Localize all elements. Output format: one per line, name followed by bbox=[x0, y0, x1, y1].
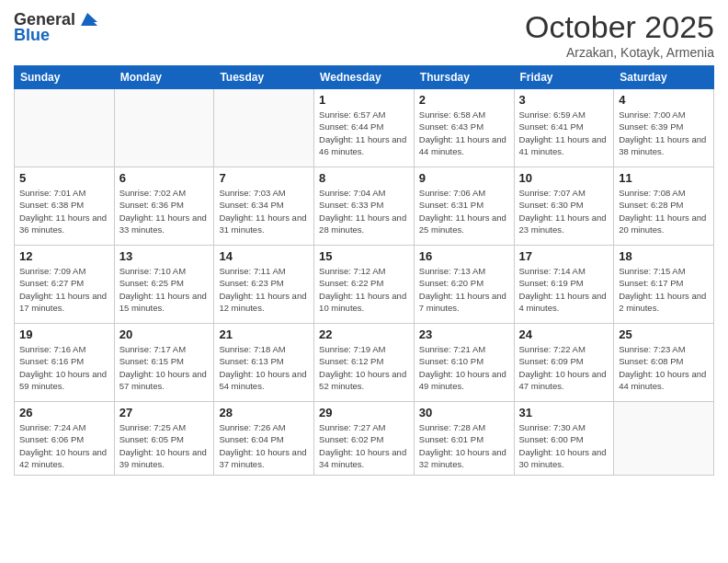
day-info: Sunrise: 7:16 AMSunset: 6:16 PMDaylight:… bbox=[19, 343, 109, 392]
calendar-cell: 17Sunrise: 7:14 AMSunset: 6:19 PMDayligh… bbox=[514, 246, 614, 324]
day-info: Sunrise: 7:08 AMSunset: 6:28 PMDaylight:… bbox=[619, 187, 709, 236]
calendar-table: Sunday Monday Tuesday Wednesday Thursday… bbox=[14, 65, 714, 476]
calendar-cell bbox=[15, 89, 115, 167]
day-number: 29 bbox=[319, 406, 409, 419]
day-info: Sunrise: 7:13 AMSunset: 6:20 PMDaylight:… bbox=[419, 265, 509, 314]
day-number: 1 bbox=[319, 93, 409, 107]
calendar-cell: 7Sunrise: 7:03 AMSunset: 6:34 PMDaylight… bbox=[214, 167, 314, 246]
day-number: 6 bbox=[119, 171, 210, 185]
col-thursday: Thursday bbox=[414, 66, 514, 89]
logo: General Blue bbox=[14, 9, 99, 45]
day-number: 4 bbox=[619, 93, 709, 107]
day-info: Sunrise: 7:04 AMSunset: 6:33 PMDaylight:… bbox=[319, 187, 409, 236]
calendar-cell bbox=[214, 89, 314, 167]
day-info: Sunrise: 7:26 AMSunset: 6:04 PMDaylight:… bbox=[219, 421, 309, 470]
page: General Blue October 2025 Arzakan, Kotay… bbox=[0, 0, 728, 563]
day-number: 2 bbox=[419, 93, 509, 107]
day-number: 5 bbox=[19, 171, 109, 185]
day-info: Sunrise: 6:59 AMSunset: 6:41 PMDaylight:… bbox=[519, 109, 609, 157]
day-info: Sunrise: 7:11 AMSunset: 6:23 PMDaylight:… bbox=[219, 265, 309, 314]
calendar-cell: 2Sunrise: 6:58 AMSunset: 6:43 PMDaylight… bbox=[414, 89, 514, 167]
day-number: 3 bbox=[519, 93, 609, 107]
day-number: 18 bbox=[619, 249, 709, 263]
location: Arzakan, Kotayk, Armenia bbox=[525, 45, 714, 60]
day-number: 15 bbox=[319, 249, 409, 263]
logo-icon bbox=[77, 9, 97, 29]
day-info: Sunrise: 7:02 AMSunset: 6:36 PMDaylight:… bbox=[119, 187, 210, 236]
day-number: 24 bbox=[519, 327, 609, 341]
calendar-cell: 25Sunrise: 7:23 AMSunset: 6:08 PMDayligh… bbox=[614, 324, 714, 402]
day-number: 11 bbox=[619, 171, 709, 185]
col-tuesday: Tuesday bbox=[214, 66, 314, 89]
calendar-cell bbox=[114, 89, 214, 167]
day-number: 23 bbox=[419, 327, 509, 341]
calendar-cell: 16Sunrise: 7:13 AMSunset: 6:20 PMDayligh… bbox=[414, 246, 514, 324]
col-wednesday: Wednesday bbox=[314, 66, 415, 89]
calendar-cell: 1Sunrise: 6:57 AMSunset: 6:44 PMDaylight… bbox=[314, 89, 415, 167]
day-number: 8 bbox=[319, 171, 409, 185]
day-number: 7 bbox=[219, 171, 309, 185]
calendar-cell: 3Sunrise: 6:59 AMSunset: 6:41 PMDaylight… bbox=[514, 89, 614, 167]
col-sunday: Sunday bbox=[15, 66, 115, 89]
day-info: Sunrise: 7:14 AMSunset: 6:19 PMDaylight:… bbox=[519, 265, 609, 314]
col-friday: Friday bbox=[514, 66, 614, 89]
calendar-cell: 13Sunrise: 7:10 AMSunset: 6:25 PMDayligh… bbox=[114, 246, 214, 324]
col-monday: Monday bbox=[114, 66, 214, 89]
day-number: 14 bbox=[219, 249, 309, 263]
calendar-cell: 10Sunrise: 7:07 AMSunset: 6:30 PMDayligh… bbox=[514, 167, 614, 246]
day-info: Sunrise: 7:28 AMSunset: 6:01 PMDaylight:… bbox=[419, 421, 509, 470]
day-info: Sunrise: 7:18 AMSunset: 6:13 PMDaylight:… bbox=[219, 343, 309, 392]
calendar-cell: 15Sunrise: 7:12 AMSunset: 6:22 PMDayligh… bbox=[314, 246, 415, 324]
day-number: 26 bbox=[19, 406, 109, 419]
calendar-cell: 22Sunrise: 7:19 AMSunset: 6:12 PMDayligh… bbox=[314, 324, 415, 402]
day-info: Sunrise: 7:01 AMSunset: 6:38 PMDaylight:… bbox=[19, 187, 109, 236]
calendar-cell: 19Sunrise: 7:16 AMSunset: 6:16 PMDayligh… bbox=[15, 324, 115, 402]
calendar-cell: 9Sunrise: 7:06 AMSunset: 6:31 PMDaylight… bbox=[414, 167, 514, 246]
calendar-cell: 8Sunrise: 7:04 AMSunset: 6:33 PMDaylight… bbox=[314, 167, 415, 246]
calendar-cell: 20Sunrise: 7:17 AMSunset: 6:15 PMDayligh… bbox=[114, 324, 214, 402]
day-number: 20 bbox=[119, 327, 210, 341]
calendar-cell: 4Sunrise: 7:00 AMSunset: 6:39 PMDaylight… bbox=[614, 89, 714, 167]
day-info: Sunrise: 7:06 AMSunset: 6:31 PMDaylight:… bbox=[419, 187, 509, 236]
calendar-cell: 29Sunrise: 7:27 AMSunset: 6:02 PMDayligh… bbox=[314, 402, 415, 476]
day-number: 12 bbox=[19, 249, 109, 263]
day-info: Sunrise: 7:24 AMSunset: 6:06 PMDaylight:… bbox=[19, 421, 109, 470]
calendar-cell: 5Sunrise: 7:01 AMSunset: 6:38 PMDaylight… bbox=[15, 167, 115, 246]
day-info: Sunrise: 7:23 AMSunset: 6:08 PMDaylight:… bbox=[619, 343, 709, 392]
month-title: October 2025 bbox=[525, 9, 714, 45]
day-number: 17 bbox=[519, 249, 609, 263]
day-number: 19 bbox=[19, 327, 109, 341]
day-info: Sunrise: 7:12 AMSunset: 6:22 PMDaylight:… bbox=[319, 265, 409, 314]
day-info: Sunrise: 7:30 AMSunset: 6:00 PMDaylight:… bbox=[519, 421, 609, 470]
day-info: Sunrise: 7:22 AMSunset: 6:09 PMDaylight:… bbox=[519, 343, 609, 392]
calendar-cell: 18Sunrise: 7:15 AMSunset: 6:17 PMDayligh… bbox=[614, 246, 714, 324]
day-info: Sunrise: 6:57 AMSunset: 6:44 PMDaylight:… bbox=[319, 109, 409, 157]
day-number: 16 bbox=[419, 249, 509, 263]
day-number: 31 bbox=[519, 406, 609, 419]
title-block: October 2025 Arzakan, Kotayk, Armenia bbox=[525, 9, 714, 60]
day-number: 30 bbox=[419, 406, 509, 419]
day-number: 10 bbox=[519, 171, 609, 185]
day-info: Sunrise: 7:15 AMSunset: 6:17 PMDaylight:… bbox=[619, 265, 709, 314]
calendar-cell: 26Sunrise: 7:24 AMSunset: 6:06 PMDayligh… bbox=[15, 402, 115, 476]
calendar-cell bbox=[614, 402, 714, 476]
logo-blue: Blue bbox=[14, 26, 50, 45]
calendar-cell: 11Sunrise: 7:08 AMSunset: 6:28 PMDayligh… bbox=[614, 167, 714, 246]
calendar-cell: 12Sunrise: 7:09 AMSunset: 6:27 PMDayligh… bbox=[15, 246, 115, 324]
calendar-cell: 24Sunrise: 7:22 AMSunset: 6:09 PMDayligh… bbox=[514, 324, 614, 402]
calendar-cell: 6Sunrise: 7:02 AMSunset: 6:36 PMDaylight… bbox=[114, 167, 214, 246]
day-info: Sunrise: 7:07 AMSunset: 6:30 PMDaylight:… bbox=[519, 187, 609, 236]
day-info: Sunrise: 7:00 AMSunset: 6:39 PMDaylight:… bbox=[619, 109, 709, 157]
day-info: Sunrise: 7:25 AMSunset: 6:05 PMDaylight:… bbox=[119, 421, 210, 470]
calendar-cell: 23Sunrise: 7:21 AMSunset: 6:10 PMDayligh… bbox=[414, 324, 514, 402]
header: General Blue October 2025 Arzakan, Kotay… bbox=[14, 9, 714, 60]
day-info: Sunrise: 7:19 AMSunset: 6:12 PMDaylight:… bbox=[319, 343, 409, 392]
calendar-cell: 31Sunrise: 7:30 AMSunset: 6:00 PMDayligh… bbox=[514, 402, 614, 476]
calendar-cell: 14Sunrise: 7:11 AMSunset: 6:23 PMDayligh… bbox=[214, 246, 314, 324]
day-info: Sunrise: 7:03 AMSunset: 6:34 PMDaylight:… bbox=[219, 187, 309, 236]
col-saturday: Saturday bbox=[614, 66, 714, 89]
day-number: 9 bbox=[419, 171, 509, 185]
calendar-cell: 21Sunrise: 7:18 AMSunset: 6:13 PMDayligh… bbox=[214, 324, 314, 402]
calendar-cell: 30Sunrise: 7:28 AMSunset: 6:01 PMDayligh… bbox=[414, 402, 514, 476]
calendar-header-row: Sunday Monday Tuesday Wednesday Thursday… bbox=[15, 66, 714, 89]
